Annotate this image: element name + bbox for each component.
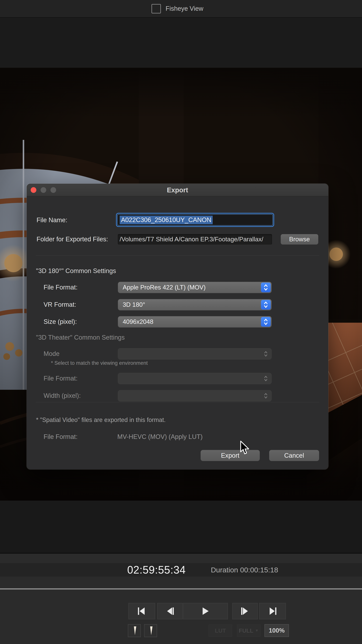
- spatial-file-format-label: File Format:: [43, 433, 78, 440]
- mark-in-icon: [132, 626, 137, 636]
- spatial-file-format-value: MV-HEVC (MOV) (Apply LUT): [117, 433, 203, 440]
- fisheye-view-toggle[interactable]: Fisheye View: [151, 0, 203, 17]
- go-to-start-button[interactable]: [128, 603, 155, 619]
- go-to-start-icon: [137, 607, 147, 615]
- go-to-end-icon: [267, 607, 278, 615]
- theater-file-format-popup: [118, 373, 272, 384]
- timeline-scrubber[interactable]: [0, 588, 362, 590]
- stepper-chevrons-icon[interactable]: [261, 317, 271, 327]
- mark-in-button[interactable]: [128, 624, 141, 637]
- dropdown-arrow-icon: ▼: [255, 628, 259, 633]
- dialog-title: Export: [27, 184, 328, 196]
- folder-path-value: /Volumes/T7 Shield A/Canon EP.3/Footage/…: [120, 236, 263, 243]
- dialog-titlebar[interactable]: Export: [27, 184, 328, 196]
- browse-button[interactable]: Browse: [281, 234, 318, 244]
- stepper-chevrons-icon[interactable]: [261, 282, 271, 292]
- file-name-input[interactable]: A022C306_250610UY_CANON: [116, 213, 274, 227]
- mark-out-button[interactable]: [144, 624, 157, 637]
- mode-note: * Select to match the viewing environmen…: [51, 360, 148, 366]
- width-label: Width (pixel):: [43, 392, 81, 399]
- step-back-icon: [165, 607, 175, 615]
- zoom-level-button[interactable]: 100%: [265, 624, 289, 637]
- file-format-popup[interactable]: Apple ProRes 422 (LT) (MOV): [118, 282, 272, 293]
- size-popup[interactable]: 4096x2048: [118, 316, 272, 328]
- stepper-chevrons-icon: [261, 349, 271, 359]
- folder-label: Folder for Exported Files:: [36, 236, 108, 243]
- full-scale-button: FULL ▼: [237, 624, 260, 636]
- stepper-chevrons-icon[interactable]: [261, 300, 271, 310]
- vr-format-popup[interactable]: 3D 180°: [118, 299, 272, 310]
- step-back-button[interactable]: [157, 603, 183, 619]
- export-button[interactable]: Export: [201, 450, 260, 461]
- fisheye-label: Fisheye View: [166, 5, 203, 12]
- mark-out-icon: [148, 626, 153, 636]
- size-label: Size (pixel):: [43, 318, 77, 325]
- mode-label: Mode: [43, 350, 59, 358]
- cancel-button[interactable]: Cancel: [269, 450, 319, 461]
- top-toolbar: Fisheye View: [0, 0, 362, 18]
- app-window: Fisheye View: [0, 0, 362, 644]
- play-icon: [202, 607, 209, 615]
- current-timecode: 02:59:55:34: [127, 563, 186, 576]
- duration-text: Duration 00:00:15:18: [211, 563, 278, 576]
- section-theater-header: "3D Theater" Common Settings: [36, 334, 125, 341]
- separator: [36, 255, 319, 256]
- file-name-label: File Name:: [36, 216, 67, 224]
- preview-bottom-gap: [0, 500, 362, 553]
- preview-top-gap: [0, 18, 362, 68]
- export-dialog: Export File Name: A022C306_250610UY_CANO…: [27, 184, 328, 470]
- separator: [36, 402, 319, 402]
- stepper-chevrons-icon: [261, 374, 271, 384]
- lut-button: LUT: [209, 624, 232, 636]
- spatial-note: * "Spatial Video" files are exported in …: [36, 416, 166, 424]
- play-button[interactable]: [183, 603, 228, 619]
- vr-format-label: VR Format:: [43, 301, 76, 308]
- folder-path-input[interactable]: /Volumes/T7 Shield A/Canon EP.3/Footage/…: [118, 234, 272, 244]
- step-forward-icon: [240, 607, 250, 615]
- width-popup: [118, 390, 272, 402]
- step-forward-button[interactable]: [232, 603, 258, 619]
- theater-file-format-label: File Format:: [43, 375, 78, 382]
- file-name-value[interactable]: A022C306_250610UY_CANON: [120, 216, 213, 224]
- mode-popup: [118, 348, 272, 360]
- fisheye-checkbox[interactable]: [151, 4, 161, 14]
- section-180-header: "3D 180°" Common Settings: [36, 267, 116, 274]
- stepper-chevrons-icon: [261, 391, 271, 401]
- go-to-end-button[interactable]: [259, 603, 286, 619]
- file-format-label: File Format:: [43, 284, 78, 291]
